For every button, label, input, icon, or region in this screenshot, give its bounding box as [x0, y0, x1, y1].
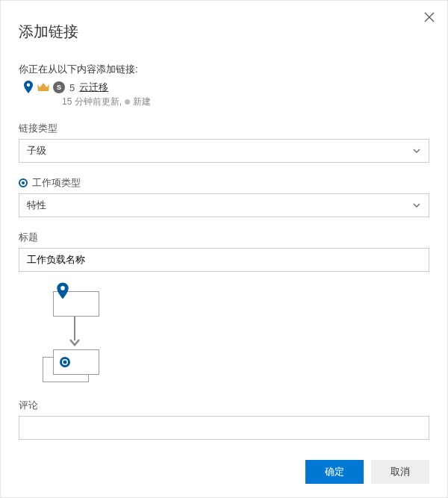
target-icon: [19, 178, 28, 187]
link-type-select[interactable]: 子级: [19, 139, 429, 163]
crown-icon: [37, 82, 50, 93]
source-item-row: S 5 云迁移: [23, 81, 429, 94]
close-button[interactable]: [422, 10, 437, 25]
work-item-type-label: 工作项类型: [19, 176, 429, 190]
item-id: 5: [69, 82, 75, 93]
link-type-value: 子级: [27, 144, 46, 158]
status-dot-icon: [125, 99, 130, 105]
dialog-subtitle: 你正在从以下内容添加链接:: [19, 63, 429, 76]
svg-point-3: [60, 286, 65, 290]
chevron-down-icon: [412, 201, 421, 210]
target-icon: [60, 357, 70, 367]
item-link[interactable]: 云迁移: [79, 81, 108, 94]
svg-point-2: [27, 84, 30, 87]
ok-button[interactable]: 确定: [305, 460, 364, 484]
chevron-down-icon: [412, 146, 421, 155]
title-label: 标题: [19, 231, 429, 244]
close-icon: [424, 12, 435, 22]
relationship-diagram: [35, 287, 132, 384]
arrow-down-icon: [74, 317, 75, 346]
item-updated-time: 15 分钟前更新,: [62, 96, 122, 108]
dialog-title: 添加链接: [19, 22, 429, 42]
badge-icon: S: [53, 81, 65, 93]
item-status: 新建: [133, 96, 151, 108]
comment-input[interactable]: [19, 416, 429, 440]
diagram-target-box: [53, 349, 99, 375]
pin-icon: [23, 81, 34, 94]
item-meta: 15 分钟前更新, 新建: [62, 96, 429, 108]
work-item-type-select[interactable]: 特性: [19, 193, 429, 217]
cancel-button[interactable]: 取消: [371, 460, 429, 484]
dialog-button-row: 确定 取消: [305, 460, 429, 484]
pin-icon: [56, 282, 69, 302]
title-input[interactable]: [19, 248, 429, 272]
link-type-label: 链接类型: [19, 122, 429, 135]
comment-label: 评论: [19, 399, 429, 412]
work-item-type-value: 特性: [27, 199, 46, 212]
